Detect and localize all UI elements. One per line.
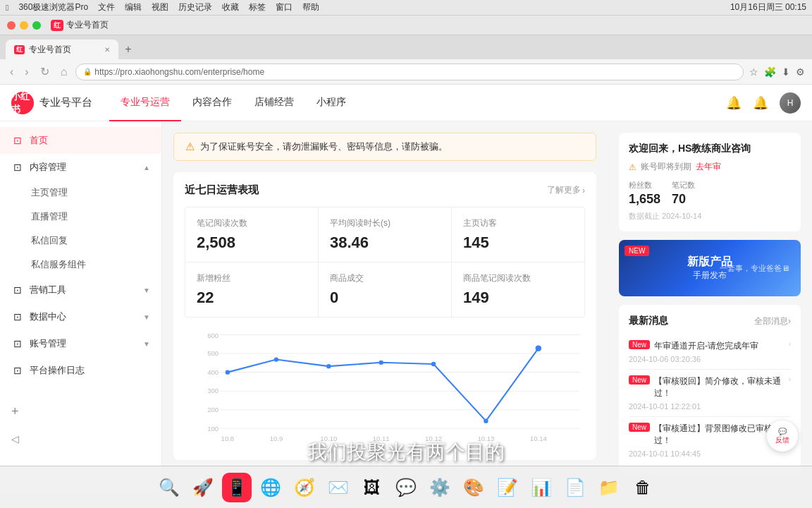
svg-text:100: 100 [207,425,219,433]
sidebar-collapse-button[interactable]: ◁ [0,426,162,452]
dock-finder2[interactable]: 📁 [594,473,624,502]
dock-photos[interactable]: 🖼 [357,473,387,502]
menu-view[interactable]: 视图 [152,1,168,13]
back-button[interactable]: ‹ [7,64,16,80]
menu-window[interactable]: 窗口 [276,1,293,13]
dock-notes[interactable]: 📝 [493,473,522,502]
tab-title: 专业号首页 [29,44,71,56]
mac-taskbar: 🔍 🚀 📱 🌐 🧭 ✉️ 🖼 💬 ⚙️ 🎨 📝 📊 📄 📁 🗑 [0,466,812,508]
menu-bookmarks[interactable]: 收藏 [222,1,239,13]
refresh-button[interactable]: ↻ [37,64,52,80]
sidebar: ⊡ 首页 ⊡ 内容管理 ▲ 主页管理 直播管理 私信回复 私信服务组件 ⊡ 营销… [0,121,162,493]
sidebar-item-log[interactable]: ⊡ 平台操作日志 [0,357,161,384]
content-icon: ⊡ [11,162,24,173]
menu-history[interactable]: 历史记录 [178,1,212,13]
new-tab-button[interactable]: + [118,40,138,59]
menu-help[interactable]: 帮助 [302,1,319,13]
nav-item-operations[interactable]: 专业号运营 [109,85,181,121]
window-controls[interactable] [7,21,41,30]
stat-product-reads-value: 149 [463,289,573,307]
dock-mail[interactable]: ✉️ [324,473,353,502]
news-item-0-row: New 年审通道开启-请您完成年审 › [629,340,791,352]
svg-text:10.10: 10.10 [320,435,337,442]
all-news-link[interactable]: 全部消息 › [754,315,791,327]
tab-close-button[interactable]: ✕ [104,46,110,54]
sidebar-add-button[interactable]: + [0,397,162,426]
dock-photoshop[interactable]: 🎨 [459,473,488,502]
apple-icon[interactable]:  [6,3,8,13]
close-button[interactable] [7,21,16,30]
notification-bell-icon[interactable]: 🔔 [726,95,742,111]
account-status-label: 账号即将到期 [641,161,691,173]
svg-point-24 [484,419,488,423]
extensions-icon[interactable]: 🧩 [764,66,776,78]
warning-icon: ⚠ [629,162,636,172]
app-title: 红 专业号首页 [51,19,109,31]
alert-icon[interactable]: 🔔 [753,95,768,111]
dock-excel[interactable]: 📊 [527,473,556,502]
chart-svg: 600 500 400 300 200 100 10.8 10.9 [185,329,585,449]
home-button[interactable]: ⌂ [58,64,70,80]
svg-text:500: 500 [207,349,219,357]
settings-icon[interactable]: ⚙ [796,66,805,78]
dock-messages[interactable]: 💬 [391,473,421,502]
news-badge-2: New [629,423,650,432]
feedback-button[interactable]: 💬 反馈 [767,421,798,452]
top-nav-items: 专业号运营 内容合作 店铺经营 小程序 [109,85,357,121]
sidebar-sub-dm-reply[interactable]: 私信回复 [0,229,161,253]
sidebar-item-account[interactable]: ⊡ 账号管理 ▼ [0,330,161,357]
stat-read-count-label: 笔记阅读次数 [197,217,307,229]
promo-banner[interactable]: NEW 新版产品 手册发布 一套事，专业爸爸🖥 [619,240,801,296]
dock-launchpad[interactable]: 🚀 [188,473,218,502]
alert-text: 为了保证账号安全，请勿泄漏账号、密码等信息，谨防被骗。 [200,140,448,153]
sidebar-item-home[interactable]: ⊡ 首页 [0,127,161,154]
account-expand-icon: ▼ [143,340,150,348]
dock-trash[interactable]: 🗑 [628,473,658,502]
browser-nav-right: ☆ 🧩 ⬇ ⚙ [749,66,805,78]
address-bar[interactable]: 🔒 https://pro.xiaohongshu.com/enterprise… [75,64,744,80]
svg-text:10.12: 10.12 [425,435,442,442]
learn-more-link[interactable]: 了解更多 › [547,184,585,196]
sidebar-item-marketing[interactable]: ⊡ 营销工具 ▼ [0,277,161,303]
sidebar-sub-dm-service[interactable]: 私信服务组件 [0,253,161,277]
nav-item-store[interactable]: 店铺经营 [243,85,305,121]
news-item-2[interactable]: New 【审核通过】背景图修改已审核通过！ › 2024-10-01 10:44… [629,417,791,464]
top-nav-right: 🔔 🔔 H [726,92,801,114]
stat-product-reads: 商品笔记阅读次数 149 [452,262,584,317]
minimize-button[interactable] [20,21,28,30]
download-icon[interactable]: ⬇ [782,66,790,78]
tab-favicon: 红 [14,45,25,54]
data-expand-icon: ▼ [143,313,150,321]
menu-edit[interactable]: 编辑 [125,1,142,13]
dock-word[interactable]: 📄 [560,473,590,502]
maximize-button[interactable] [32,21,41,30]
expire-link[interactable]: 去年审 [696,161,721,173]
account-stats-row: 粉丝数 1,658 笔记数 70 [629,180,791,207]
sidebar-item-data[interactable]: ⊡ 数据中心 ▼ [0,303,161,330]
sidebar-sub-homepage[interactable]: 主页管理 [0,181,161,205]
stat-new-fans-label: 新增粉丝 [197,272,307,284]
app-menu-360[interactable]: 360极速浏览器Pro [18,1,88,13]
news-title: 最新消息 [629,315,668,327]
browser-tab-active[interactable]: 红 专业号首页 ✕ [6,40,118,59]
performance-header: 近七日运营表现 了解更多 › [185,183,585,197]
stat-new-fans: 新增粉丝 22 [185,262,318,317]
news-item-1[interactable]: New 【审核驳回】简介修改，审核未通过！ › 2024-10-01 12:22… [629,370,791,417]
nav-item-content[interactable]: 内容合作 [181,85,243,121]
nav-item-miniapp[interactable]: 小程序 [305,85,357,121]
menu-file[interactable]: 文件 [98,1,115,13]
account-status: ⚠ 账号即将到期 去年审 [629,161,791,173]
dock-app1[interactable]: 📱 [222,473,252,502]
user-avatar[interactable]: H [780,92,801,114]
stat-read-time-value: 38.46 [330,234,440,252]
dock-chrome[interactable]: 🌐 [256,473,285,502]
news-item-0[interactable]: New 年审通道开启-请您完成年审 › 2024-10-06 03:20:36 [629,334,791,370]
dock-safari[interactable]: 🧭 [290,473,319,502]
sidebar-sub-live[interactable]: 直播管理 [0,205,161,229]
forward-button[interactable]: › [22,64,31,80]
menu-tabs[interactable]: 标签 [249,1,266,13]
dock-settings[interactable]: ⚙️ [425,473,455,502]
dock-finder[interactable]: 🔍 [154,473,184,502]
sidebar-item-content[interactable]: ⊡ 内容管理 ▲ [0,154,161,181]
star-icon[interactable]: ☆ [749,66,758,78]
